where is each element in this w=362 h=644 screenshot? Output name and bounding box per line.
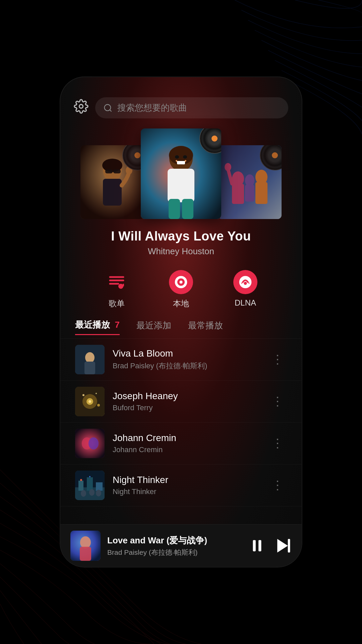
svg-point-46 [88, 437, 99, 449]
more-button-4[interactable]: ⋮ [268, 475, 287, 496]
now-playing-thumb [70, 531, 101, 561]
tabs-bar: 最近播放 7 最近添加 最常播放 [60, 316, 302, 339]
pause-button[interactable] [249, 537, 265, 554]
svg-point-39 [88, 400, 91, 403]
playback-controls [249, 537, 292, 555]
svg-point-53 [89, 476, 90, 477]
svg-point-32 [244, 282, 247, 285]
settings-button[interactable] [74, 99, 88, 117]
svg-rect-23 [255, 182, 267, 204]
song-thumb-2 [75, 387, 105, 416]
svg-rect-15 [177, 161, 185, 164]
svg-point-40 [82, 394, 84, 396]
nav-label-playlist: 歌单 [109, 298, 125, 309]
search-icon [103, 103, 113, 113]
song-list: Viva La Bloom Brad Paisley (布拉德·帕斯利) ⋮ [60, 339, 302, 524]
song-artist-2: Buford Terry [113, 404, 260, 412]
svg-marker-62 [277, 539, 288, 553]
song-title-3: Johann Cremin [113, 433, 260, 443]
tab-recently-added[interactable]: 最近添加 [136, 320, 171, 335]
local-icon [169, 270, 193, 294]
svg-point-17 [183, 155, 187, 159]
svg-point-24 [245, 174, 254, 186]
svg-rect-63 [288, 539, 290, 553]
more-button-3[interactable]: ⋮ [268, 433, 287, 454]
svg-point-0 [79, 104, 83, 108]
phone-frame: 搜索您想要的歌曲 [60, 77, 302, 567]
svg-rect-59 [80, 547, 91, 561]
svg-rect-6 [105, 169, 113, 173]
svg-rect-7 [113, 169, 121, 173]
song-row-2[interactable]: Joseph Heaney Buford Terry ⋮ [60, 381, 302, 423]
svg-point-55 [89, 489, 95, 496]
song-row-1[interactable]: Viva La Bloom Brad Paisley (布拉德·帕斯利) ⋮ [60, 339, 302, 381]
song-info-row-1: Viva La Bloom Brad Paisley (布拉德·帕斯利) [113, 348, 260, 371]
pause-icon [249, 537, 265, 554]
svg-point-34 [85, 352, 95, 363]
svg-point-41 [96, 393, 97, 394]
svg-point-58 [80, 536, 91, 548]
now-playing-artist: Brad Paisley (布拉德·帕斯利) [107, 548, 242, 557]
song-title-2: Joseph Heaney [113, 391, 260, 401]
header: 搜索您想要的歌曲 [60, 77, 302, 125]
song-info-row-4: Night Thinker Night Thinker [113, 475, 260, 496]
nav-label-dlna: DLNA [235, 298, 256, 308]
search-input-placeholder: 搜索您想要的歌曲 [117, 102, 187, 114]
svg-point-16 [175, 155, 179, 159]
song-artist-3: Johann Cremin [113, 445, 260, 454]
album-carousel [60, 125, 302, 222]
song-info-row-3: Johann Cremin Johann Cremin [113, 433, 260, 454]
more-button-2[interactable]: ⋮ [268, 391, 287, 412]
song-row-4[interactable]: Night Thinker Night Thinker ⋮ [60, 465, 302, 506]
svg-point-21 [225, 163, 231, 171]
dlna-icon-svg [238, 275, 253, 289]
more-button-1[interactable]: ⋮ [268, 349, 287, 370]
svg-point-56 [96, 490, 101, 496]
svg-rect-60 [253, 540, 256, 551]
tab-recent-play-badge: 7 [115, 320, 119, 330]
tab-most-played[interactable]: 最常播放 [188, 320, 223, 335]
svg-rect-11 [168, 169, 194, 202]
nav-icons: 歌单 本地 [60, 260, 302, 316]
svg-rect-50 [87, 477, 93, 491]
svg-point-1 [105, 104, 111, 111]
disc-icon [174, 275, 188, 289]
song-info-row-2: Joseph Heaney Buford Terry [113, 391, 260, 412]
featured-song-artist: Whitney Houston [60, 246, 302, 257]
svg-point-26 [118, 284, 123, 289]
svg-rect-25 [245, 185, 254, 202]
song-thumb-4 [75, 471, 105, 500]
now-playing-info: Love and War (爱与战争) Brad Paisley (布拉德·帕斯… [107, 535, 242, 557]
svg-rect-51 [96, 482, 103, 491]
album-card-left[interactable] [80, 145, 144, 219]
song-title-4: Night Thinker [113, 475, 260, 485]
svg-rect-49 [78, 481, 83, 491]
album-card-center[interactable] [141, 128, 221, 219]
nav-label-local: 本地 [173, 298, 189, 309]
song-artist-1: Brad Paisley (布拉德·帕斯利) [113, 361, 260, 371]
next-button[interactable] [274, 537, 292, 555]
svg-rect-20 [232, 184, 244, 204]
nav-item-local[interactable]: 本地 [169, 270, 193, 309]
song-thumb-3 [75, 429, 105, 458]
now-playing-bar[interactable]: Love and War (爱与战争) Brad Paisley (布拉德·帕斯… [60, 524, 302, 567]
svg-rect-35 [84, 362, 95, 374]
song-artist-4: Night Thinker [113, 487, 260, 496]
featured-song-info: I Will Always Love You Whitney Houston [60, 222, 302, 260]
song-thumb-1 [75, 345, 105, 374]
album-card-right[interactable] [218, 145, 282, 219]
svg-rect-61 [258, 540, 261, 551]
song-row-3[interactable]: Johann Cremin Johann Cremin ⋮ [60, 423, 302, 465]
dlna-icon [233, 270, 257, 294]
svg-point-30 [179, 280, 182, 283]
tab-recent-play[interactable]: 最近播放 7 [75, 319, 120, 335]
svg-rect-12 [169, 199, 180, 219]
svg-point-42 [97, 404, 100, 407]
nav-item-playlist[interactable]: 歌单 [105, 270, 129, 309]
nav-item-dlna[interactable]: DLNA [233, 270, 257, 309]
next-icon [274, 537, 292, 555]
now-playing-title: Love and War (爱与战争) [107, 535, 242, 546]
search-bar[interactable]: 搜索您想要的歌曲 [95, 97, 288, 118]
playlist-icon [107, 272, 127, 292]
song-title-1: Viva La Bloom [113, 348, 260, 359]
